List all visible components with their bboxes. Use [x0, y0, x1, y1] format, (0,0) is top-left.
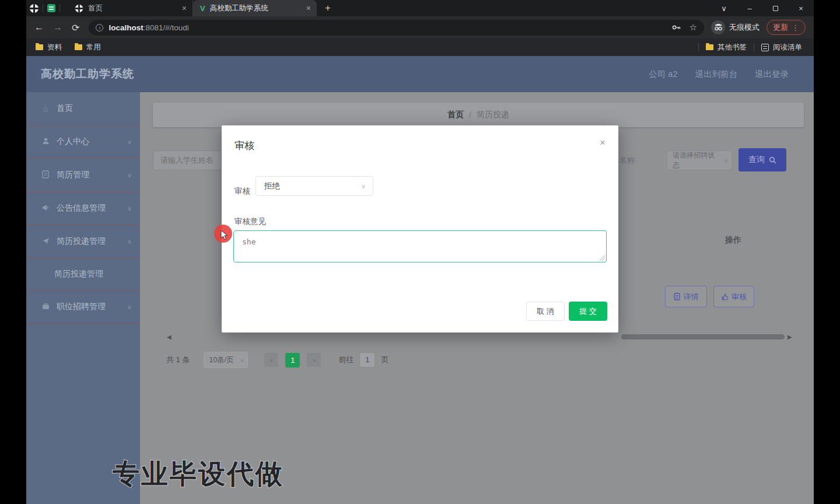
url-text: localhost:8081/#/toudi [108, 23, 188, 32]
forward-icon[interactable]: → [53, 22, 62, 33]
sidebar-item-job-recruit[interactable]: 职位招聘管理 ∨ [26, 290, 140, 324]
tab-system[interactable]: V 高校勤工助学系统 × [193, 0, 317, 16]
tab-close-icon[interactable]: × [306, 4, 311, 12]
resize-grip-icon[interactable] [600, 256, 605, 261]
tab-favicon-globe-icon [75, 4, 83, 12]
tab-home[interactable]: 首页 × [68, 0, 193, 16]
breadcrumb-home[interactable]: 首页 [447, 110, 464, 120]
header-link-front[interactable]: 退出到前台 [695, 69, 738, 80]
opinion-textarea[interactable]: she [233, 230, 607, 262]
table-column-operation: 操作 [698, 235, 768, 246]
audit-button[interactable]: 审核 [713, 286, 754, 307]
reading-list-label: 阅读清单 [773, 43, 802, 52]
sidebar-item-resume-delivery[interactable]: 简历投递管理 ∧ [26, 225, 140, 258]
sidebar-subitem-resume-delivery[interactable]: 简历投递管理 [26, 258, 140, 290]
hscroll-left-arrow[interactable]: ◀ [167, 334, 172, 340]
megaphone-icon [41, 204, 50, 213]
refresh-icon[interactable]: ⟳ [72, 22, 79, 33]
browser-window: 首页 × V 高校勤工助学系统 × + ∨ – × ← → ⟳ i loc [26, 0, 814, 504]
prev-page-button[interactable]: ‹ [264, 353, 278, 367]
chevron-down-icon: ∨ [361, 183, 366, 190]
sidebar-item-label: 简历投递管理 [57, 236, 106, 247]
chevron-up-icon: ∧ [127, 238, 132, 246]
new-tab-button[interactable]: + [317, 2, 339, 14]
update-button[interactable]: 更新 ⋮ [766, 20, 806, 35]
opinion-field-label: 审核意见 [235, 216, 266, 227]
thumb-icon [721, 293, 728, 300]
home-icon: ⌂ [41, 104, 50, 113]
search-button-label: 查询 [748, 155, 765, 165]
page-size-select[interactable]: 10条/页 ∨ [204, 352, 248, 368]
sidebar-item-home[interactable]: ⌂ 首页 [26, 92, 140, 125]
tab-label: 首页 [88, 4, 177, 13]
bookmark-folder-changyong[interactable]: 常用 [75, 43, 101, 52]
tab-close-icon[interactable]: × [182, 4, 187, 12]
sidebar-item-profile[interactable]: 个人中心 ∨ [26, 125, 140, 159]
tab-strip: 首页 × V 高校勤工助学系统 × + ∨ – × [26, 0, 814, 16]
back-icon[interactable]: ← [34, 22, 44, 33]
app-title: 高校勤工助学系统 [41, 66, 134, 82]
page-number-active[interactable]: 1 [285, 353, 300, 368]
chevron-down-icon: ∨ [724, 158, 728, 164]
goto-page-input[interactable]: 1 [359, 352, 375, 368]
close-window-button[interactable]: × [788, 4, 814, 13]
minimize-button[interactable]: – [737, 4, 762, 13]
password-key-icon[interactable] [672, 24, 681, 31]
sidebar-item-label: 简历管理 [57, 170, 89, 180]
restore-button[interactable] [762, 4, 788, 13]
bookmark-star-icon[interactable]: ☆ [690, 22, 697, 33]
pinned-tabs [26, 0, 68, 16]
site-info-icon[interactable]: i [96, 24, 103, 32]
reading-list[interactable]: 阅读清单 [761, 43, 802, 52]
magnifier-icon [769, 156, 776, 164]
sidebar-item-label: 首页 [57, 103, 73, 114]
status-select[interactable]: 请选择招聘状态 ∨ [667, 150, 732, 170]
menu-dots-icon[interactable]: ⋮ [792, 23, 799, 32]
folder-icon [36, 44, 43, 50]
incognito-indicator: 无痕模式 [711, 20, 760, 34]
incognito-icon [711, 20, 725, 34]
next-page-button[interactable]: › [307, 353, 321, 367]
hscroll-thumb[interactable] [621, 334, 785, 340]
other-bookmarks[interactable]: 其他书签 [706, 43, 747, 52]
screen: 首页 × V 高校勤工助学系统 × + ∨ – × ← → ⟳ i loc [0, 0, 840, 504]
audit-result-value: 拒绝 [264, 181, 280, 191]
pinned-tab-globe-icon[interactable] [30, 4, 38, 13]
header-link-company[interactable]: 公司 a2 [649, 69, 677, 80]
dialog-title: 审核 [235, 139, 254, 152]
folder-icon [706, 44, 713, 50]
chevron-down-icon: ∨ [127, 172, 132, 179]
close-icon[interactable]: × [600, 137, 606, 149]
detail-button[interactable]: 详情 [665, 286, 707, 307]
chevron-down-icon: ∨ [127, 303, 132, 311]
search-button[interactable]: 查询 [738, 148, 786, 172]
bookmark-folder-ziliao[interactable]: 资料 [36, 43, 62, 52]
search-input-fragment: 名称 [620, 155, 635, 166]
sidebar-item-announcement[interactable]: 公告信息管理 ∨ [26, 192, 140, 225]
search-input[interactable]: 请输入学生姓名 [153, 150, 222, 170]
send-icon [41, 237, 50, 246]
chevron-down-icon: ∨ [127, 138, 132, 146]
vue-icon: V [200, 4, 205, 13]
update-label: 更新 [773, 22, 788, 33]
tab-search-icon[interactable]: ∨ [711, 4, 737, 13]
sidebar-item-resume[interactable]: 简历管理 ∨ [26, 159, 140, 192]
document-icon [674, 293, 680, 300]
submit-button[interactable]: 提 交 [569, 302, 607, 321]
pinned-tab-sheet-icon[interactable] [47, 4, 55, 12]
header-link-logout[interactable]: 退出登录 [755, 69, 789, 80]
breadcrumb-current: 简历投递 [477, 110, 509, 120]
cancel-button[interactable]: 取 消 [526, 302, 565, 321]
tab-label: 高校勤工助学系统 [210, 4, 302, 13]
audit-dialog: 审核 × 审核 拒绝 ∨ 审核意见 she 取 消 提 交 [222, 125, 618, 332]
audit-result-select[interactable]: 拒绝 ∨ [256, 176, 373, 196]
url-field[interactable]: i localhost:8081/#/toudi ☆ [89, 20, 704, 36]
detail-button-label: 详情 [684, 292, 699, 302]
breadcrumb: 首页 / 简历投递 [153, 103, 804, 127]
hscroll-right-arrow[interactable]: ▶ [788, 334, 792, 340]
sidebar-item-label: 简历投递管理 [54, 269, 103, 279]
reading-list-icon [761, 44, 769, 51]
opinion-text: she [242, 237, 256, 246]
other-bookmarks-label: 其他书签 [718, 43, 747, 52]
goto-unit: 页 [381, 355, 388, 365]
